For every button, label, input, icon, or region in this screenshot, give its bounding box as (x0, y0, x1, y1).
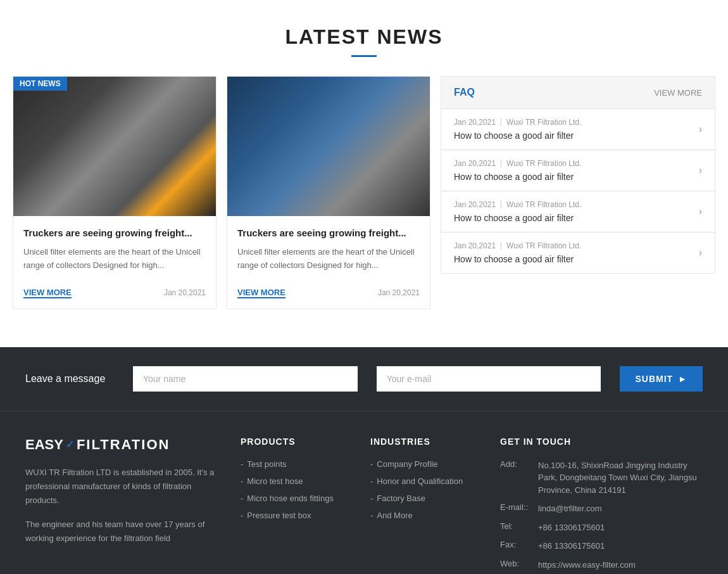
footer-contact-bar: Leave a message SUBMIT ► (0, 347, 728, 411)
contact-email-row: E-mail:: linda@trfilter.com (500, 502, 703, 515)
news-card-2-excerpt: Unicell filter elements are the heart of… (237, 246, 420, 272)
news-card-1-date: Jan 20,2021 (164, 288, 206, 297)
industries-list: Company Profile Honor and Qualification … (370, 459, 481, 520)
email-input[interactable] (377, 366, 601, 392)
faq-title: FAQ (454, 87, 475, 98)
faq-arrow-icon-1: › (699, 124, 702, 135)
industry-item-3[interactable]: Factory Base (370, 494, 481, 503)
news-card-2-body: Truckers are seeing growing freight... U… (227, 216, 430, 309)
faq-item-1-title: How to choose a good air filter (454, 131, 693, 141)
faq-item-1-meta: Jan 20,2021 Wuxi TR Filtration Ltd. (454, 118, 693, 127)
news-card-1-footer: VIEW MORE Jan 20,2021 (23, 283, 206, 298)
news-card-2-view-more[interactable]: VIEW MORE (237, 288, 286, 298)
news-card-2: Truckers are seeing growing freight... U… (227, 76, 430, 309)
faq-item-4-date: Jan 20,2021 (454, 241, 496, 250)
section-divider (351, 55, 377, 57)
contact-address-row: Add: No.100-16, ShixinRoad Jingying Indu… (500, 459, 703, 497)
email-label: E-mail:: (500, 502, 532, 512)
faq-item-4-content: Jan 20,2021 Wuxi TR Filtration Ltd. How … (454, 241, 693, 264)
industry-item-2[interactable]: Honor and Qualification (370, 476, 481, 486)
faq-arrow-icon-2: › (699, 165, 702, 176)
faq-meta-divider-3 (501, 201, 501, 208)
footer: Leave a message SUBMIT ► EASY✓ FILTRATIO… (0, 347, 728, 574)
faq-panel: FAQ VIEW MORE Jan 20,2021 Wuxi TR Filtra… (441, 76, 715, 274)
faq-arrow-icon-3: › (699, 206, 702, 217)
faq-item-1-source: Wuxi TR Filtration Ltd. (506, 118, 581, 127)
footer-cols: PRODUCTS Test points Micro test hose Mic… (241, 437, 703, 574)
fax-value: +86 13306175601 (538, 540, 605, 552)
get-in-touch-title: GET IN TOUCH (500, 437, 703, 447)
footer-main: EASY✓ FILTRATION WUXI TR Filtration LTD … (0, 411, 728, 574)
faq-meta-divider-4 (501, 242, 501, 250)
web-value: https://www.easy-filter.com (538, 559, 636, 571)
product-item-4[interactable]: Pressure test box (241, 511, 351, 520)
faq-item-2-title: How to choose a good air filter (454, 172, 693, 182)
faq-item-2-content: Jan 20,2021 Wuxi TR Filtration Ltd. How … (454, 159, 693, 182)
address-value: No.100-16, ShixinRoad Jingying Industry … (538, 459, 703, 497)
product-item-1[interactable]: Test points (241, 459, 351, 469)
faq-item-3-source: Wuxi TR Filtration Ltd. (506, 200, 581, 209)
contact-tel-row: Tel: +86 13306175601 (500, 521, 703, 534)
tel-label: Tel: (500, 521, 532, 531)
faq-item-3-content: Jan 20,2021 Wuxi TR Filtration Ltd. How … (454, 200, 693, 223)
footer-brand: EASY✓ FILTRATION WUXI TR Filtration LTD … (25, 437, 215, 574)
footer-logo: EASY✓ FILTRATION (25, 437, 215, 453)
email-value: linda@trfilter.com (538, 502, 602, 515)
latest-news-section: LATEST NEWS HOT NEWS Truckers are seeing… (0, 0, 728, 347)
industry-item-4[interactable]: And More (370, 511, 481, 520)
news-grid: HOT NEWS Truckers are seeing growing fre… (13, 76, 715, 309)
news-card-1: HOT NEWS Truckers are seeing growing fre… (13, 76, 217, 309)
faq-item-3[interactable]: Jan 20,2021 Wuxi TR Filtration Ltd. How … (441, 191, 715, 233)
submit-button[interactable]: SUBMIT ► (620, 366, 703, 392)
faq-item-4-meta: Jan 20,2021 Wuxi TR Filtration Ltd. (454, 241, 693, 250)
logo-easy: EASY (25, 437, 63, 453)
fax-label: Fax: (500, 540, 532, 549)
leave-message-label: Leave a message (25, 373, 114, 385)
faq-item-1[interactable]: Jan 20,2021 Wuxi TR Filtration Ltd. How … (441, 109, 715, 150)
footer-contact-col: GET IN TOUCH Add: No.100-16, ShixinRoad … (500, 437, 703, 574)
news-card-2-title: Truckers are seeing growing freight... (237, 226, 420, 239)
footer-industries-col: INDUSTRIES Company Profile Honor and Qua… (370, 437, 481, 574)
industries-title: INDUSTRIES (370, 437, 481, 447)
name-input[interactable] (133, 366, 358, 392)
faq-item-4-title: How to choose a good air filter (454, 254, 693, 264)
faq-item-1-date: Jan 20,2021 (454, 118, 496, 127)
footer-desc-2: The engineer and his team have over 17 y… (25, 518, 215, 545)
faq-item-2[interactable]: Jan 20,2021 Wuxi TR Filtration Ltd. How … (441, 150, 715, 191)
faq-item-1-content: Jan 20,2021 Wuxi TR Filtration Ltd. How … (454, 118, 693, 141)
products-list: Test points Micro test hose Micro hose e… (241, 459, 351, 520)
footer-desc-1: WUXI TR Filtration LTD is established in… (25, 466, 215, 507)
news-card-2-date: Jan 20,2021 (378, 288, 420, 297)
faq-item-4[interactable]: Jan 20,2021 Wuxi TR Filtration Ltd. How … (441, 233, 715, 273)
faq-item-3-meta: Jan 20,2021 Wuxi TR Filtration Ltd. (454, 200, 693, 209)
faq-header: FAQ VIEW MORE (441, 77, 715, 109)
news-card-1-excerpt: Unicell filter elements are the heart of… (23, 246, 206, 272)
faq-meta-divider (501, 118, 501, 126)
faq-item-3-title: How to choose a good air filter (454, 213, 693, 223)
faq-view-more[interactable]: VIEW MORE (654, 88, 702, 98)
product-item-2[interactable]: Micro test hose (241, 476, 351, 486)
logo-checkmark-icon: ✓ (66, 438, 74, 450)
news-cards-container: HOT NEWS Truckers are seeing growing fre… (13, 76, 430, 309)
news-card-1-image: HOT NEWS (13, 77, 216, 216)
faq-arrow-icon-4: › (699, 247, 702, 258)
product-item-3[interactable]: Micro hose ends fittings (241, 494, 351, 503)
news-card-2-footer: VIEW MORE Jan 20,2021 (237, 283, 420, 298)
contact-fax-row: Fax: +86 13306175601 (500, 540, 703, 552)
industry-item-1[interactable]: Company Profile (370, 459, 481, 469)
news-card-2-image (227, 77, 430, 216)
hot-badge: HOT NEWS (13, 77, 67, 91)
tel-value: +86 13306175601 (538, 521, 605, 534)
news-card-1-title: Truckers are seeing growing freight... (23, 226, 206, 239)
footer-products-col: PRODUCTS Test points Micro test hose Mic… (241, 437, 351, 574)
contact-web-row: Web: https://www.easy-filter.com (500, 559, 703, 571)
news-card-1-view-more[interactable]: VIEW MORE (23, 288, 72, 298)
grinder-image (13, 77, 216, 216)
address-label: Add: (500, 459, 532, 469)
logo-filtration: FILTRATION (77, 437, 170, 453)
faq-item-3-date: Jan 20,2021 (454, 200, 496, 209)
cutting-image (227, 77, 430, 216)
news-card-1-body: Truckers are seeing growing freight... U… (13, 216, 216, 309)
faq-item-2-date: Jan 20,2021 (454, 159, 496, 168)
products-title: PRODUCTS (241, 437, 351, 447)
